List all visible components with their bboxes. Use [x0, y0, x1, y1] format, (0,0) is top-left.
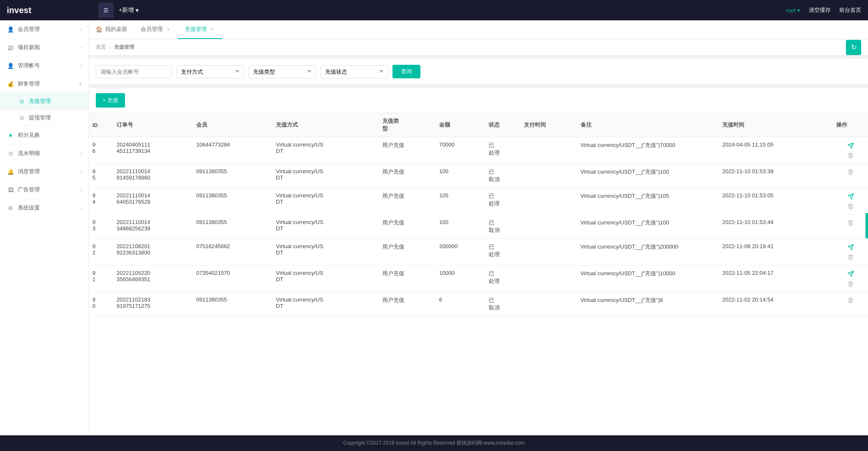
sidebar-item-ad-mgmt[interactable]: 🖼 广告管理 ‹ [0, 181, 89, 199]
table-wrapper: + 充值 ID 订单号 会员 充值方式 充值类型 金额 状态 支付时间 备注 充… [89, 88, 868, 435]
system-settings-icon: ⚙ [7, 204, 14, 212]
payment-method-select[interactable]: 支付方式 [176, 65, 244, 78]
cell-payment: Virtual currency/USDT [273, 266, 379, 292]
recharge-type-select[interactable]: 充值类型 [248, 65, 316, 78]
cell-note: Virtual currency/USDT__("充值")10000 [577, 266, 719, 292]
cell-amount: 70000 [436, 137, 485, 164]
cell-type: 用户充值 [379, 164, 436, 188]
sidebar-item-flow-detail[interactable]: ⊙ 流水明细 ‹ [0, 144, 89, 163]
main-layout: 👤 会员管理 ‹ 📰 项目新闻 ‹ 👤 管理帐号 ‹ 💰 财务管理 ∨ [0, 20, 868, 435]
cell-note: Virtual currency/USDT__("充值")100 [577, 164, 719, 188]
delete-button[interactable] [836, 253, 865, 261]
footer-text: Copyright ©2017-2019 invest All Rights R… [343, 440, 525, 446]
sidebar-item-system-settings[interactable]: ⚙ 系统设置 ‹ [0, 199, 89, 217]
delete-button[interactable] [836, 219, 865, 227]
sidebar-item-finance-mgmt[interactable]: 💰 财务管理 ∨ [0, 75, 89, 93]
cell-type: 用户充值 [379, 292, 436, 316]
send-button[interactable] [836, 192, 865, 201]
col-pay-time: 支付时间 [520, 113, 577, 137]
cell-member: 0911380355 [193, 215, 273, 239]
send-button[interactable] [836, 243, 865, 252]
breadcrumb-home-link[interactable]: 首页 [96, 44, 106, 51]
message-mgmt-icon: 🔔 [7, 168, 14, 175]
col-amount: 金额 [436, 113, 485, 137]
recharge-status-select[interactable]: 充值状态 [320, 65, 388, 78]
tab-close-button[interactable]: × [165, 26, 171, 32]
tab-recharge-mgmt[interactable]: 充值管理 × [178, 20, 222, 39]
col-payment: 充值方式 [273, 113, 379, 137]
hamburger-button[interactable]: ☰ [98, 3, 114, 18]
tab-member-mgmt[interactable]: 会员管理 × [134, 20, 178, 39]
cell-status: 已处理 [485, 239, 520, 266]
sidebar-item-label: 流水明细 [18, 149, 40, 157]
account-input[interactable] [96, 65, 172, 78]
chevron-icon: ‹ [81, 206, 82, 210]
send-button[interactable] [836, 141, 865, 150]
add-recharge-button[interactable]: + 充值 [96, 93, 125, 108]
frontend-link[interactable]: 前台首页 [839, 6, 861, 14]
cell-pay-time [520, 239, 577, 266]
sidebar: 👤 会员管理 ‹ 📰 项目新闻 ‹ 👤 管理帐号 ‹ 💰 财务管理 ∨ [0, 20, 89, 435]
delete-button[interactable] [836, 296, 865, 304]
sidebar-item-message-mgmt[interactable]: 🔔 消息管理 ‹ [0, 163, 89, 181]
col-id: ID [89, 113, 113, 137]
cell-status: 已处理 [485, 266, 520, 292]
cell-member: 0911380355 [193, 164, 273, 188]
sidebar-item-manage-account[interactable]: 👤 管理帐号 ‹ [0, 57, 89, 75]
delete-button[interactable] [836, 152, 865, 159]
sidebar-item-recharge-mgmt[interactable]: ⊙ 充值管理 [0, 93, 89, 110]
sidebar-item-member-mgmt[interactable]: 👤 会员管理 ‹ [0, 20, 89, 39]
cell-note: Virtual currency/USDT__("充值")100 [577, 215, 719, 239]
recharge-table: ID 订单号 会员 充值方式 充值类型 金额 状态 支付时间 备注 充值时间 操… [89, 113, 868, 316]
cell-status: 已处理 [485, 137, 520, 164]
sidebar-item-points-exchange[interactable]: ★ 积分兑换 [0, 126, 89, 144]
breadcrumb: 首页 / 充值管理 ↻ [89, 39, 868, 55]
clear-cache-link[interactable]: 清空缓存 [809, 6, 831, 14]
cell-id: 91 [89, 266, 113, 292]
cell-member: 07354021570 [193, 266, 273, 292]
cell-action [833, 137, 868, 164]
sidebar-item-label: 广告管理 [18, 186, 40, 194]
breadcrumb-current: 充值管理 [114, 44, 134, 51]
cell-type: 用户充值 [379, 239, 436, 266]
send-button[interactable] [836, 270, 865, 278]
user-info[interactable]: root ▾ [786, 7, 800, 14]
cell-action [833, 239, 868, 266]
sidebar-item-withdraw-mgmt[interactable]: ⊙ 提现管理 [0, 110, 89, 126]
cell-recharge-time: 2022-11-08 20:19:41 [719, 239, 833, 266]
cell-member: 0911380355 [193, 292, 273, 316]
tab-label: 充值管理 [185, 25, 207, 33]
cell-status: 已取消 [485, 292, 520, 316]
sidebar-item-label: 消息管理 [18, 168, 40, 175]
delete-button[interactable] [836, 168, 865, 176]
sidebar-item-project-news[interactable]: 📰 项目新闻 ‹ [0, 39, 89, 57]
withdraw-mgmt-icon: ⊙ [18, 114, 25, 122]
chevron-icon: ‹ [81, 64, 82, 68]
sidebar-item-label: 财务管理 [18, 80, 40, 88]
delete-button[interactable] [836, 280, 865, 288]
query-button[interactable]: 查询 [392, 65, 420, 78]
delete-button[interactable] [836, 202, 865, 210]
app-logo: invest [7, 6, 92, 15]
add-new-label: +新增 [119, 6, 134, 14]
user-dropdown-icon: ▾ [797, 7, 800, 14]
cell-recharge-time: 2022-11-10 01:53:44 [719, 215, 833, 239]
tab-my-desk[interactable]: 🏠 我的桌面 [89, 20, 134, 39]
add-new-button[interactable]: +新增 ▾ [119, 6, 139, 14]
cell-payment: Virtual currency/USDT [273, 137, 379, 164]
top-navbar: invest ☰ +新增 ▾ root ▾ 清空缓存 前台首页 [0, 0, 868, 20]
cell-status: 已取消 [485, 164, 520, 188]
dropdown-arrow-icon: ▾ [136, 7, 139, 14]
refresh-button[interactable]: ↻ [846, 40, 861, 55]
cell-id: 92 [89, 239, 113, 266]
cell-status: 已处理 [485, 188, 520, 215]
cell-pay-time [520, 292, 577, 316]
sidebar-sub-item-label: 提现管理 [29, 114, 51, 122]
cell-type: 用户充值 [379, 215, 436, 239]
table-header-row: ID 订单号 会员 充值方式 充值类型 金额 状态 支付时间 备注 充值时间 操… [89, 113, 868, 137]
tab-close-button[interactable]: × [209, 26, 215, 32]
cell-note: Virtual currency/USDT__("充值")70000 [577, 137, 719, 164]
cell-pay-time [520, 188, 577, 215]
cell-order-no: 2022111001434868256239 [113, 215, 193, 239]
cell-order-no: 2022110820192236313800 [113, 239, 193, 266]
